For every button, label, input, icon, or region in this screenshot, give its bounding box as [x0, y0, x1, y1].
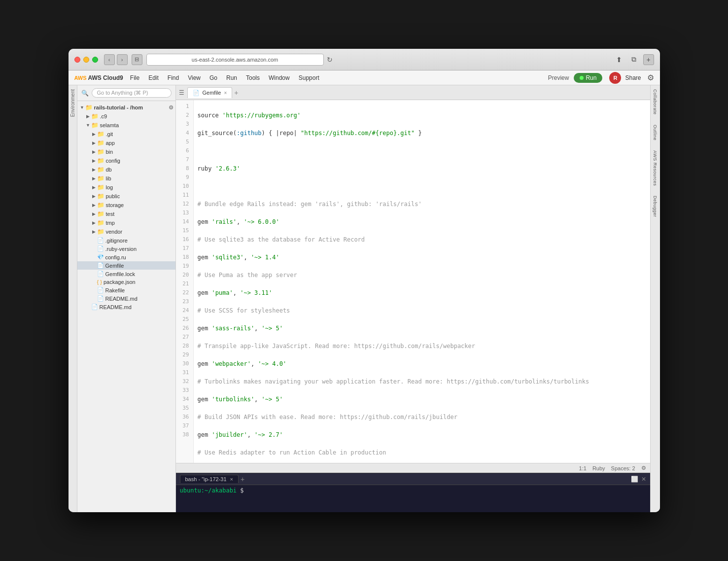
- folder-icon: 📁: [97, 184, 104, 191]
- environment-toggle[interactable]: Environment: [69, 85, 77, 512]
- folder-icon: 📁: [97, 157, 104, 164]
- tree-item-name: test: [106, 211, 115, 217]
- tree-item-ruby-version[interactable]: 📄 .ruby-version: [77, 245, 175, 253]
- editor-tabs: ☰ 📄 Gemfile × +: [176, 85, 650, 100]
- tree-item-tmp[interactable]: ▶ 📁 tmp: [77, 218, 175, 227]
- main-layout: Environment 🔍 Go to Anything (⌘ P) ▼ 📁 r…: [69, 85, 660, 512]
- tab-list-icon[interactable]: ☰: [179, 89, 184, 96]
- share-button[interactable]: ⬆: [614, 54, 624, 65]
- menu-item-find[interactable]: Find: [164, 73, 183, 82]
- refresh-button[interactable]: ↻: [327, 56, 333, 64]
- search-input[interactable]: Go to Anything (⌘ P): [92, 88, 172, 98]
- expand-icon: ▶: [91, 167, 97, 172]
- tree-item-name: config.ru: [105, 254, 126, 260]
- menu-item-support[interactable]: Support: [295, 73, 323, 82]
- terminal-tab-bash[interactable]: bash - "ip-172-31 ×: [180, 475, 239, 483]
- tree-item-public[interactable]: ▶ 📁 public: [77, 192, 175, 201]
- tree-item-gemfile[interactable]: 📄 Gemfile: [77, 261, 175, 270]
- url-bar[interactable]: us-east-2.console.aws.amazon.com: [146, 54, 324, 66]
- new-tab-button[interactable]: +: [643, 54, 654, 65]
- ln-12: 12: [176, 200, 193, 209]
- share-menu-button[interactable]: Share: [622, 73, 644, 82]
- ln-15: 15: [176, 226, 193, 235]
- terminal-content[interactable]: ubuntu:~/akababi $: [176, 485, 650, 512]
- expand-icon: ▶: [85, 114, 91, 119]
- tree-item-name: Gemfile.lock: [105, 271, 136, 277]
- tree-item-config[interactable]: ▶ 📁 config: [77, 156, 175, 165]
- expand-icon: ▶: [91, 176, 97, 181]
- tree-item-name: selamta: [100, 122, 119, 128]
- editor-tab-gemfile[interactable]: 📄 Gemfile ×: [187, 87, 233, 98]
- close-window-button[interactable]: [74, 57, 80, 63]
- gear-icon[interactable]: ⚙: [647, 73, 654, 82]
- tree-item-storage[interactable]: ▶ 📁 storage: [77, 201, 175, 210]
- tab-close-button[interactable]: ×: [224, 90, 227, 96]
- tree-item-readme-2[interactable]: 📄 README.md: [77, 303, 175, 311]
- menu-item-window[interactable]: Window: [265, 73, 294, 82]
- tree-item-git[interactable]: ▶ 📁 .git: [77, 130, 175, 139]
- terminal-tab-close[interactable]: ×: [230, 476, 233, 482]
- maximize-window-button[interactable]: [92, 57, 98, 63]
- ln-31: 31: [176, 368, 193, 377]
- ln-8: 8: [176, 164, 193, 173]
- expand-icon: ▶: [91, 211, 97, 216]
- tree-item-c9[interactable]: ▶ 📁 .c9: [77, 112, 175, 121]
- code-line-17: gem 'turbolinks', '~> 5': [198, 395, 646, 404]
- menu-item-edit[interactable]: Edit: [144, 73, 163, 82]
- environment-label[interactable]: Environment: [70, 89, 75, 117]
- menu-item-file[interactable]: File: [126, 73, 143, 82]
- tree-item-rakefile[interactable]: 📄 Rakefile: [77, 286, 175, 294]
- terminal-close-button[interactable]: ✕: [641, 476, 646, 483]
- tree-item-config-ru[interactable]: 💎 config.ru: [77, 253, 175, 261]
- ln-28: 28: [176, 342, 193, 351]
- tree-item-selamta[interactable]: ▼ 📁 selamta: [77, 121, 175, 130]
- tree-item-gitignore[interactable]: 📄 .gitignore: [77, 236, 175, 245]
- tree-item-app[interactable]: ▶ 📁 app: [77, 139, 175, 147]
- ln-38: 38: [176, 430, 193, 439]
- tree-item-readme-1[interactable]: 📄 README.md: [77, 294, 175, 303]
- add-tab-button[interactable]: +: [234, 89, 238, 97]
- file-icon: 📄: [97, 271, 104, 277]
- menu-item-view[interactable]: View: [184, 73, 205, 82]
- ln-25: 25: [176, 315, 193, 324]
- tree-item-name: vendor: [106, 229, 123, 235]
- tree-item-vendor[interactable]: ▶ 📁 vendor: [77, 227, 175, 236]
- folder-icon: 📁: [97, 175, 104, 182]
- tree-item-name: db: [106, 167, 112, 173]
- tree-item-package-json[interactable]: { } package.json: [77, 278, 175, 286]
- window-layout-button[interactable]: ⊟: [132, 54, 142, 65]
- tree-item-log[interactable]: ▶ 📁 log: [77, 183, 175, 192]
- tree-item-gemfile-lock[interactable]: 📄 Gemfile.lock: [77, 270, 175, 278]
- sidebar-debugger-label[interactable]: Debugger: [653, 196, 658, 217]
- code-editor[interactable]: 1 2 3 4 5 6 7 8 9 10 11 12 13 14 15 16 1: [176, 100, 650, 463]
- folder-icon: 📁: [97, 219, 104, 226]
- back-button[interactable]: ‹: [104, 54, 115, 65]
- status-gear-icon[interactable]: ⚙: [641, 465, 646, 471]
- preview-label[interactable]: Preview: [548, 74, 569, 81]
- tree-item-bin[interactable]: ▶ 📁 bin: [77, 147, 175, 156]
- tree-item-test[interactable]: ▶ 📁 test: [77, 210, 175, 218]
- tree-settings-icon[interactable]: ⚙: [169, 105, 173, 111]
- duplicate-button[interactable]: ⧉: [628, 54, 639, 65]
- terminal-expand-button[interactable]: ⬜: [631, 476, 638, 483]
- traffic-lights: [74, 57, 98, 63]
- terminal-add-tab-button[interactable]: +: [241, 475, 244, 483]
- tree-item-lib[interactable]: ▶ 📁 lib: [77, 174, 175, 183]
- sidebar-outline-label[interactable]: Outline: [653, 125, 658, 140]
- forward-button[interactable]: ›: [117, 54, 128, 65]
- sidebar-aws-resources-label[interactable]: AWS Resources: [653, 150, 658, 186]
- tree-item-name: app: [106, 140, 115, 146]
- menu-item-tools[interactable]: Tools: [242, 73, 264, 82]
- folder-icon: 📁: [91, 122, 99, 129]
- sidebar-collaborate-label[interactable]: Collaborate: [653, 89, 658, 115]
- tree-item-db[interactable]: ▶ 📁 db: [77, 165, 175, 174]
- menu-item-go[interactable]: Go: [206, 73, 221, 82]
- run-button[interactable]: Run: [574, 73, 602, 83]
- code-content[interactable]: source 'https://rubygems.org' git_source…: [194, 100, 650, 463]
- minimize-window-button[interactable]: [83, 57, 89, 63]
- menu-item-run[interactable]: Run: [222, 73, 241, 82]
- tree-root[interactable]: ▼ 📁 rails-tutorial - /hom ⚙: [77, 103, 175, 112]
- tree-item-name: .c9: [100, 113, 107, 119]
- expand-icon: ▶: [91, 194, 97, 199]
- code-line-7: gem 'rails', '~> 6.0.0': [198, 217, 646, 226]
